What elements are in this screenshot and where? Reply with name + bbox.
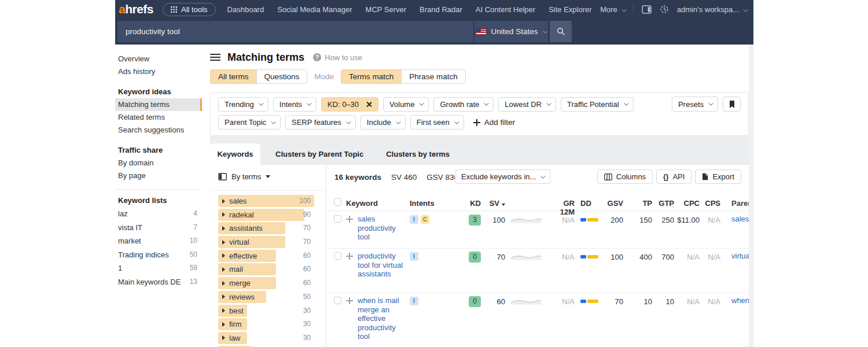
col-header-sv[interactable]: SV <box>482 199 505 208</box>
filter-traffic-potential[interactable]: Traffic Potential <box>561 97 634 112</box>
logo-rest: hrefs <box>125 2 153 16</box>
clear-filter-icon[interactable] <box>366 101 372 108</box>
parent-topic-link[interactable]: salesprodu <box>731 215 749 224</box>
ahrefs-app: ahrefs All tools Dashboard Social Media … <box>115 0 753 347</box>
keyword-list-item[interactable]: 159 <box>115 261 202 275</box>
keyword-link[interactable]: productivity tool for virtual assistants <box>358 252 404 279</box>
sidebar-item-related-terms[interactable]: Related terms <box>115 111 202 124</box>
term-row[interactable]: law30 <box>210 332 326 344</box>
term-row[interactable]: virtual70 <box>210 236 326 248</box>
col-header-intents[interactable]: Intents <box>410 199 433 208</box>
sidebar-item-by-domain[interactable]: By domain <box>115 157 202 169</box>
filter-growth-rate[interactable]: Growth rate <box>433 97 494 112</box>
col-header-dd[interactable]: DD <box>580 199 599 208</box>
col-header-tp[interactable]: TP <box>629 199 652 208</box>
filter-volume[interactable]: Volume <box>383 97 429 112</box>
filter-first-seen[interactable]: First seen <box>410 115 464 130</box>
sidebar-item-matching-terms[interactable]: Matching terms <box>115 98 202 111</box>
keyword-search-input[interactable] <box>117 21 473 42</box>
filter-intents[interactable]: Intents <box>273 97 317 112</box>
col-header-parent[interactable]: Parent <box>731 199 749 208</box>
row-checkbox[interactable] <box>334 297 341 304</box>
keyword-list-item[interactable]: market10 <box>115 234 202 248</box>
sidebar-item-ads-history[interactable]: Ads history <box>115 65 202 78</box>
filter-parent-topic[interactable]: Parent Topic <box>218 115 281 130</box>
panel-icon[interactable] <box>642 5 652 14</box>
filter-include[interactable]: Include <box>361 115 406 130</box>
filters-panel: Trending Intents KD: 0–30 Volume Growth … <box>210 92 749 136</box>
parent-topic-link[interactable]: virtuasoftw <box>731 252 749 261</box>
ahrefs-logo[interactable]: ahrefs <box>119 2 153 16</box>
term-row[interactable]: best30 <box>210 305 326 317</box>
term-volume-bar <box>218 263 276 275</box>
caret-right-icon <box>222 240 225 245</box>
how-to-use-link[interactable]: ? How to use <box>313 53 362 62</box>
select-all-checkbox[interactable] <box>334 198 341 206</box>
tab-clusters-by-parent-topic[interactable]: Clusters by Parent Topic <box>268 143 371 165</box>
term-row[interactable]: sales100 <box>210 195 326 207</box>
history-icon[interactable] <box>660 5 669 14</box>
filter-trending[interactable]: Trending <box>218 97 269 112</box>
country-selector[interactable]: United States <box>475 21 548 42</box>
row-checkbox[interactable] <box>334 252 341 260</box>
keyword-list-item[interactable]: laz4 <box>115 207 202 221</box>
segment-phrase-match[interactable]: Phrase match <box>401 69 465 84</box>
caret-right-icon <box>222 294 225 299</box>
workspace-switcher[interactable]: admin's workspa... <box>677 5 746 14</box>
add-filter-button[interactable]: Add filter <box>473 118 515 127</box>
mode-controls: All terms Questions Mode Terms match Phr… <box>210 69 466 84</box>
sidebar-item-by-page[interactable]: By page <box>115 169 202 182</box>
all-tools-button[interactable]: All tools <box>163 3 216 16</box>
presets-button[interactable]: Presets <box>672 97 718 112</box>
nav-link-social-media-manager[interactable]: Social Media Manager <box>277 5 352 14</box>
nav-link-dashboard[interactable]: Dashboard <box>227 5 264 14</box>
keyword-list-item[interactable]: Main keywords DE13 <box>115 275 202 289</box>
segment-all-terms[interactable]: All terms <box>210 69 257 84</box>
term-row[interactable]: merge60 <box>210 277 326 289</box>
nav-link-brand-radar[interactable]: Brand Radar <box>420 5 462 14</box>
nav-link-ai-content-helper[interactable]: AI Content Helper <box>476 5 535 14</box>
col-header-keyword[interactable]: Keyword <box>346 199 398 208</box>
table-row: when is mail merge an effective producti… <box>327 293 749 347</box>
nav-link-site-explorer[interactable]: Site Explorer <box>549 5 591 14</box>
parent-topic-link[interactable]: whenmergeeffectprodu <box>731 296 749 305</box>
export-button[interactable]: Export <box>695 169 741 184</box>
search-button[interactable] <box>550 21 572 42</box>
term-row[interactable]: mail60 <box>210 263 326 275</box>
tab-clusters-by-terms[interactable]: Clusters by terms <box>378 143 457 165</box>
keyword-list-item[interactable]: Trading indices50 <box>115 248 202 262</box>
filter-lowest-dr[interactable]: Lowest DR <box>498 97 556 112</box>
tab-keywords[interactable]: Keywords <box>210 143 260 165</box>
kd-cell: 0 <box>455 296 481 307</box>
col-header-gsv[interactable]: GSV <box>600 199 623 208</box>
columns-button[interactable]: Columns <box>597 169 653 184</box>
api-button[interactable]: {}API <box>656 169 692 184</box>
more-menu[interactable]: More <box>600 5 625 14</box>
exclude-keywords-button[interactable]: Exclude keywords in... <box>455 169 550 184</box>
keyword-link[interactable]: when is mail merge an effective producti… <box>358 296 404 341</box>
col-header-kd[interactable]: KD <box>455 199 481 208</box>
term-row[interactable]: effective60 <box>210 250 326 262</box>
filter-serp-features[interactable]: SERP features <box>285 115 356 130</box>
sidebar-item-search-suggestions[interactable]: Search suggestions <box>115 124 202 136</box>
term-row[interactable]: assistants70 <box>210 222 326 234</box>
by-terms-view-selector[interactable]: By terms <box>218 172 270 181</box>
filter-kd-active[interactable]: KD: 0–30 <box>321 97 378 112</box>
segment-terms-match[interactable]: Terms match <box>341 69 402 84</box>
row-checkbox[interactable] <box>334 215 341 223</box>
sidebar-item-overview[interactable]: Overview <box>115 53 202 65</box>
col-header-cps[interactable]: CPS <box>701 199 720 208</box>
term-row[interactable]: reviews50 <box>210 291 326 303</box>
keyword-link[interactable]: sales productivity tool <box>358 215 404 242</box>
all-tools-label: All tools <box>181 5 208 14</box>
col-header-cpc[interactable]: CPC <box>675 199 700 208</box>
term-row[interactable]: firm30 <box>210 318 326 330</box>
term-row[interactable]: radekal90 <box>210 209 326 221</box>
saved-filters-button[interactable] <box>723 97 741 112</box>
hamburger-menu-icon[interactable] <box>210 54 220 61</box>
col-header-gtp[interactable]: GTP <box>653 199 674 208</box>
segment-questions[interactable]: Questions <box>256 69 308 84</box>
gtp-cell: 10 <box>653 297 674 306</box>
nav-link-mcp-server[interactable]: MCP Server <box>366 5 407 14</box>
keyword-list-item[interactable]: vista IT7 <box>115 221 202 235</box>
